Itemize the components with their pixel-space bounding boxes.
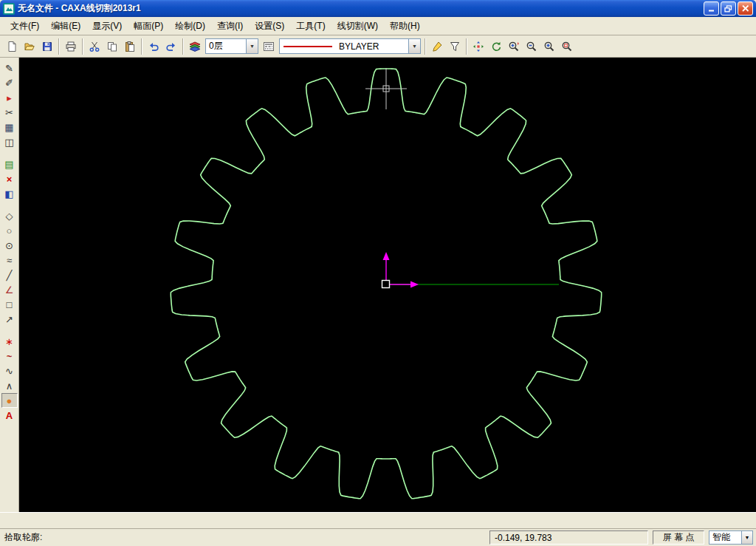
contour-tool[interactable]: ∿ <box>1 364 18 378</box>
menu-tools[interactable]: 工具(T) <box>290 18 331 35</box>
chamfer-tool[interactable]: ∧ <box>1 378 18 393</box>
angle-line-tool[interactable]: ∠ <box>1 282 18 297</box>
equidistance-tool-glyph: ● <box>7 395 13 406</box>
pan-icon <box>472 41 484 52</box>
polygon-tool-glyph: ◇ <box>6 211 13 222</box>
statusbar: 拾取轮廓: -0.149, 19.783 屏 幕 点 智能 ▼ <box>0 528 756 546</box>
format-painter-button[interactable] <box>428 38 446 55</box>
window-title: 无名文件 - CAXA线切割2013r1 <box>18 2 704 15</box>
screen-point-label: 屏 幕 点 <box>663 531 695 544</box>
equidistance-tool[interactable]: ● <box>1 393 18 408</box>
hide-tool[interactable]: ▦ <box>1 120 18 134</box>
app-window: 无名文件 - CAXA线切割2013r1 文件(F) 编辑(E) 显示(V) 幅… <box>0 0 756 546</box>
axis-x-arrowhead <box>410 281 419 288</box>
line-tool-glyph: ╱ <box>7 270 13 281</box>
color-linetype-select[interactable]: BYLAYER ▼ <box>279 38 421 54</box>
center-line-tool[interactable]: ↗ <box>1 312 18 327</box>
coordinate-display: -0.149, 19.783 <box>489 530 648 545</box>
formula-curve-tool-glyph: ⊙ <box>5 240 13 251</box>
paste-icon <box>124 41 136 52</box>
cut-button[interactable] <box>86 38 103 55</box>
point-tool[interactable]: ∗ <box>1 334 18 349</box>
chevron-down-icon[interactable]: ▼ <box>408 39 420 53</box>
menu-file[interactable]: 文件(F) <box>4 18 45 35</box>
zoom-all-button[interactable] <box>558 38 576 55</box>
drawing-canvas[interactable] <box>19 58 756 512</box>
paste-button[interactable] <box>121 38 139 55</box>
undo-button[interactable] <box>145 38 162 55</box>
menu-view[interactable]: 显示(V) <box>86 18 128 35</box>
wave-tool-glyph: ~ <box>7 351 13 362</box>
save-button[interactable] <box>38 38 56 55</box>
menu-query[interactable]: 查询(I) <box>211 18 249 35</box>
pick-filter-button[interactable] <box>446 38 464 55</box>
pick-tool[interactable]: ▸ <box>1 90 18 105</box>
pick-tool-glyph: ▸ <box>7 92 12 103</box>
copy-icon <box>106 41 118 52</box>
immediate-menu-row <box>0 512 756 528</box>
zoom-in-button[interactable] <box>540 38 558 55</box>
minimize-button[interactable] <box>704 1 719 16</box>
toolbar-separator <box>182 38 184 55</box>
rectangle-tool[interactable]: □ <box>1 297 18 312</box>
rotate-view-button[interactable] <box>487 38 505 55</box>
current-line-sample <box>284 46 332 47</box>
redo-icon <box>165 41 177 52</box>
formula-curve-tool[interactable]: ⊙ <box>1 238 18 253</box>
transition-tool[interactable]: ◫ <box>1 134 18 149</box>
print-button[interactable] <box>62 38 80 55</box>
menu-wirecut[interactable]: 线切割(W) <box>331 18 384 35</box>
menu-settings[interactable]: 设置(S) <box>249 18 290 35</box>
pan-view-button[interactable] <box>470 38 487 55</box>
text-tool[interactable]: A <box>1 408 18 423</box>
snap-mode-select[interactable]: 智能 ▼ <box>709 530 753 545</box>
titlebar[interactable]: 无名文件 - CAXA线切割2013r1 <box>0 0 756 17</box>
coordinate-value: -0.149, 19.783 <box>495 533 551 543</box>
redo-button[interactable] <box>162 38 180 55</box>
image-tool[interactable]: ▤ <box>1 157 18 171</box>
library-tool[interactable]: ◧ <box>1 186 18 201</box>
menu-sheet[interactable]: 幅面(P) <box>128 18 169 35</box>
copy-button[interactable] <box>103 38 121 55</box>
delete-tool[interactable]: × <box>1 171 18 186</box>
spline-tool[interactable]: ≈ <box>1 253 18 267</box>
sketch-tool[interactable]: ✎ <box>1 61 18 75</box>
menu-help[interactable]: 帮助(H) <box>384 18 426 35</box>
ellipse-tool-glyph: ○ <box>7 225 13 236</box>
axis-y-arrowhead <box>383 252 390 260</box>
new-file-button[interactable] <box>3 38 21 55</box>
rotate-icon <box>490 41 502 52</box>
format-painter-icon <box>431 41 443 52</box>
image-tool-glyph: ▤ <box>4 159 13 170</box>
polygon-tool[interactable]: ◇ <box>1 208 18 223</box>
ellipse-tool[interactable]: ○ <box>1 223 18 238</box>
trim-tool-glyph: ✂ <box>5 107 13 118</box>
line-tool[interactable]: ╱ <box>1 267 18 282</box>
curve-tool[interactable]: ✐ <box>1 75 18 90</box>
save-icon <box>41 41 53 52</box>
library-tool-glyph: ◧ <box>4 188 13 199</box>
undo-icon <box>148 41 159 52</box>
delete-tool-glyph: × <box>7 174 13 185</box>
layers-button[interactable] <box>186 38 204 55</box>
chevron-down-icon[interactable]: ▼ <box>246 39 258 53</box>
snap-mode-value: 智能 <box>709 531 741 544</box>
zoom-dynamic-button[interactable] <box>505 38 523 55</box>
chevron-down-icon[interactable]: ▼ <box>741 531 752 544</box>
linetype-button[interactable] <box>260 38 278 55</box>
close-button[interactable] <box>738 1 753 16</box>
trim-tool[interactable]: ✂ <box>1 105 18 120</box>
restore-button[interactable] <box>721 1 736 16</box>
menu-edit[interactable]: 编辑(E) <box>45 18 86 35</box>
open-file-button[interactable] <box>21 38 38 55</box>
text-tool-glyph: A <box>6 410 13 421</box>
toolbar-separator <box>58 38 60 55</box>
zoom-out-button[interactable] <box>523 38 540 55</box>
menu-draw[interactable]: 绘制(D) <box>169 18 211 35</box>
transition-tool-glyph: ◫ <box>4 137 13 148</box>
layer-select[interactable]: 0层 ▼ <box>205 38 258 54</box>
zoom-in-icon <box>543 41 555 52</box>
center-line-tool-glyph: ↗ <box>5 314 13 325</box>
screen-point-toggle[interactable]: 屏 幕 点 <box>653 530 704 545</box>
wave-tool[interactable]: ~ <box>1 349 18 364</box>
